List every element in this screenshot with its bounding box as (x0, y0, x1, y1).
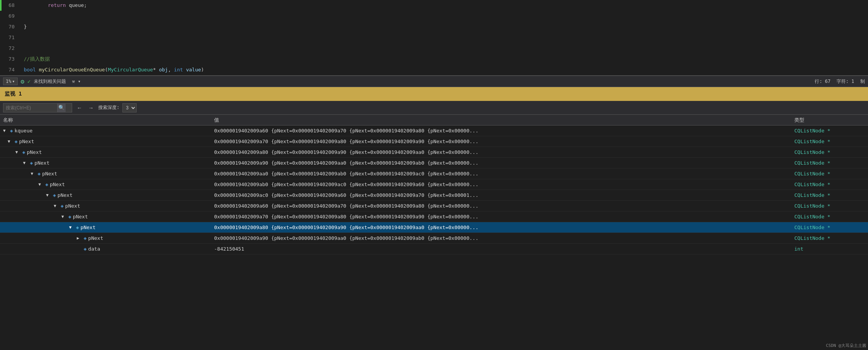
watch-row-pnext-9-selected[interactable]: ▼ ◈ pNext 0x0000019402009a80 {pNext=0x00… (0, 222, 868, 233)
zoom-control[interactable]: 1% ▾ (3, 78, 18, 85)
watch-row-pnext-8[interactable]: ▼ ◈ pNext 0x0000019402009a70 {pNext=0x00… (0, 211, 868, 222)
watch-row-pnext-4[interactable]: ▼ ◈ pNext 0x0000019402009aa0 {pNext=0x00… (0, 168, 868, 179)
expand-arrow-pnext-7[interactable]: ▼ (54, 203, 59, 208)
line-content-68: return queue; (21, 0, 868, 11)
watch-row-pnext-2[interactable]: ▼ ◈ pNext 0x0000019402009a80 {pNext=0x00… (0, 147, 868, 158)
row-value-pnext-1: 0x0000019402009a70 {pNext=0x000001940200… (211, 139, 791, 144)
row-value-pnext-6: 0x0000019402009ac0 {pNext=0x000001940200… (211, 192, 791, 198)
col-header-type: 类型 (791, 117, 868, 124)
watch-panel-header: 监视 1 (0, 87, 868, 101)
row-name-pnext-1: ▼ ◈ pNext (0, 139, 211, 144)
problem-text: 未找到相关问题 (34, 78, 66, 85)
row-type-pnext-5: CQListNode * (791, 182, 868, 187)
zoom-dropdown-icon[interactable]: ▾ (12, 79, 15, 84)
row-name-label-pnext-8: pNext (73, 214, 88, 220)
row-type-pnext-7: CQListNode * (791, 203, 868, 209)
expand-arrow-pnext-5[interactable]: ▼ (38, 182, 44, 187)
row-name-pnext-9-selected: ▼ ◈ pNext (0, 225, 211, 230)
row-value-pnext-5: 0x0000019402009ab0 {pNext=0x000001940200… (211, 182, 791, 187)
brush-dropdown-icon[interactable]: ▾ (78, 79, 81, 84)
watch-toolbar: 🔍 ← → 搜索深度: 1 2 3 4 5 (0, 101, 868, 115)
watch-row-pnext-3[interactable]: ▼ ◈ pNext 0x0000019402009a90 {pNext=0x00… (0, 158, 868, 168)
watch-table: 名称 值 类型 ▼ ◈ kqueue 0x0000019402009a60 {p… (0, 115, 868, 254)
row-name-label-pnext-4: pNext (42, 171, 57, 177)
row-name-pnext-3: ▼ ◈ pNext (0, 160, 211, 166)
row-name-pnext-8: ▼ ◈ pNext (0, 214, 211, 220)
code-line-70: 70 } (0, 21, 868, 32)
row-name-label-pnext-6: pNext (58, 192, 73, 198)
row-name-pnext-9b: ▶ ◈ pNext (0, 235, 211, 241)
watch-depth-label: 搜索深度: (98, 104, 119, 111)
row-type-pnext-4: CQListNode * (791, 171, 868, 177)
expand-arrow-pnext-2[interactable]: ▼ (15, 150, 21, 155)
expand-arrow-kqueue[interactable]: ▼ (3, 128, 8, 133)
line-content-70: } (21, 21, 868, 32)
obj-icon-pnext-1: ◈ (15, 139, 18, 144)
row-name-label-kqueue: kqueue (15, 128, 33, 134)
obj-icon-pnext-9-selected: ◈ (76, 225, 79, 230)
obj-icon-pnext-5: ◈ (45, 182, 48, 187)
col-indicator: 字符: 1 (837, 78, 854, 85)
row-type-pnext-2: CQListNode * (791, 149, 868, 155)
row-name-pnext-6: ▼ ◈ pNext (0, 192, 211, 198)
expand-arrow-pnext-9-selected[interactable]: ▼ (69, 225, 74, 230)
row-name-pnext-7: ▼ ◈ pNext (0, 203, 211, 209)
obj-icon-pnext-7: ◈ (61, 203, 64, 209)
row-type-pnext-3: CQListNode * (791, 160, 868, 166)
row-type-pnext-6: CQListNode * (791, 192, 868, 198)
obj-icon-pnext-6: ◈ (53, 192, 56, 198)
obj-icon-pnext-9b: ◈ (84, 235, 87, 241)
row-value-pnext-2: 0x0000019402009a80 {pNext=0x000001940200… (211, 149, 791, 155)
obj-icon-pnext-3: ◈ (30, 160, 33, 166)
brush-icon: ⚒ (72, 79, 75, 84)
watch-row-kqueue[interactable]: ▼ ◈ kqueue 0x0000019402009a60 {pNext=0x0… (0, 125, 868, 136)
row-value-kqueue: 0x0000019402009a60 {pNext=0x000001940200… (211, 128, 791, 134)
watch-row-pnext-7[interactable]: ▼ ◈ pNext 0x0000019402009a60 {pNext=0x00… (0, 201, 868, 211)
watch-row-pnext-1[interactable]: ▼ ◈ pNext 0x0000019402009a70 {pNext=0x00… (0, 136, 868, 147)
enc-indicator: 制 (860, 78, 865, 85)
code-editor: 68 return queue; 69 70 } 71 72 73 //插入数据… (0, 0, 868, 76)
expand-arrow-pnext-4[interactable]: ▼ (31, 171, 36, 176)
expand-arrow-pnext-3[interactable]: ▼ (23, 160, 28, 165)
row-value-pnext-3: 0x0000019402009a90 {pNext=0x000001940200… (211, 160, 791, 166)
expand-arrow-pnext-8[interactable]: ▼ (61, 214, 67, 219)
row-value-data: -842150451 (211, 246, 791, 252)
watch-search-box[interactable]: 🔍 (3, 103, 72, 112)
row-name-label-pnext-1: pNext (19, 139, 34, 144)
line-content-73: //插入数据 (21, 54, 868, 64)
line-num-73: 73 (2, 54, 21, 64)
row-name-label-pnext-7: pNext (65, 203, 80, 209)
watch-search-input[interactable] (3, 105, 57, 111)
line-num-70: 70 (2, 21, 21, 32)
row-value-pnext-8: 0x0000019402009a70 {pNext=0x000001940200… (211, 214, 791, 220)
watch-row-data[interactable]: ◈ data -842150451 int (0, 244, 868, 254)
row-name-label-pnext-9b: pNext (88, 235, 103, 241)
watch-search-button[interactable]: 🔍 (57, 104, 66, 112)
watch-row-pnext-9b[interactable]: ▶ ◈ pNext 0x0000019402009a90 {pNext=0x00… (0, 233, 868, 244)
row-value-pnext-9-selected: 0x0000019402009a80 {pNext=0x000001940200… (211, 225, 791, 230)
line-num-72: 72 (2, 43, 21, 54)
col-header-name: 名称 (0, 117, 211, 124)
row-name-pnext-4: ▼ ◈ pNext (0, 171, 211, 177)
line-content-74: bool myCircularQueueEnQueue(MyCircularQu… (21, 64, 868, 75)
row-name-pnext-2: ▼ ◈ pNext (0, 149, 211, 155)
watch-next-button[interactable]: → (87, 104, 95, 112)
row-value-pnext-7: 0x0000019402009a60 {pNext=0x000001940200… (211, 203, 791, 209)
watch-row-pnext-5[interactable]: ▼ ◈ pNext 0x0000019402009ab0 {pNext=0x00… (0, 179, 868, 190)
row-type-pnext-9-selected: CQListNode * (791, 225, 868, 230)
col-header-value: 值 (211, 117, 791, 124)
row-type-pnext-9b: CQListNode * (791, 235, 868, 241)
obj-icon-kqueue: ◈ (10, 128, 13, 134)
watch-prev-button[interactable]: ← (75, 104, 84, 112)
watch-depth-select[interactable]: 1 2 3 4 5 (122, 103, 137, 112)
watch-row-pnext-6[interactable]: ▼ ◈ pNext 0x0000019402009ac0 {pNext=0x00… (0, 190, 868, 201)
watch-column-headers: 名称 值 类型 (0, 115, 868, 125)
expand-right-arrow-pnext-9b[interactable]: ▶ (77, 236, 82, 241)
watch-panel-title: 监视 1 (5, 91, 22, 97)
expand-arrow-pnext-1[interactable]: ▼ (8, 139, 13, 144)
line-num-69: 69 (2, 11, 21, 21)
line-num-74: 74 (2, 64, 21, 75)
row-value-pnext-4: 0x0000019402009aa0 {pNext=0x000001940200… (211, 171, 791, 177)
expand-arrow-pnext-6[interactable]: ▼ (46, 193, 51, 198)
line-num-68: 68 (2, 0, 21, 11)
